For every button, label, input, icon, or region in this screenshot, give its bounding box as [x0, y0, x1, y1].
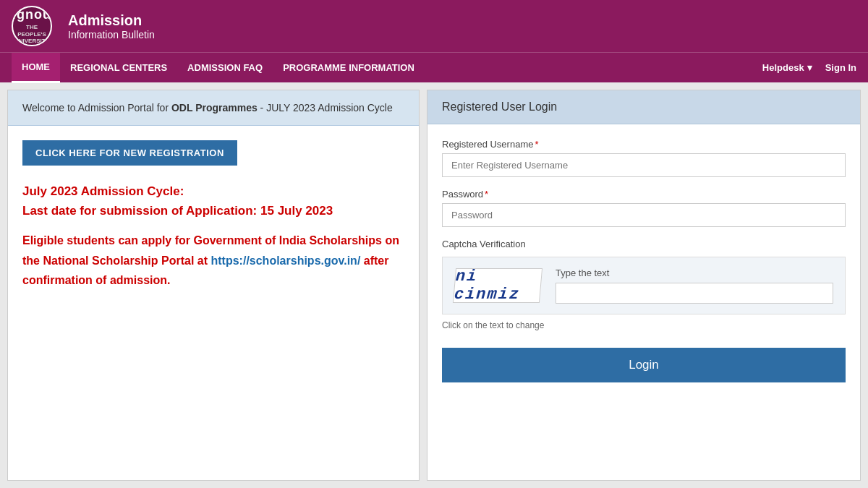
- scholarship-link[interactable]: https://scholarships.gov.in/: [211, 254, 361, 267]
- logo-subtext: THE PEOPLE'SUNIVERSITY: [12, 24, 51, 45]
- username-input[interactable]: [442, 153, 846, 177]
- logo-inner: ignou THE PEOPLE'SUNIVERSITY: [12, 7, 51, 44]
- captcha-label: Captcha Verification: [442, 239, 846, 249]
- password-input[interactable]: [442, 203, 846, 227]
- password-required: *: [485, 189, 488, 200]
- notice-line2: Last date for submission of Application:…: [22, 201, 404, 221]
- captcha-image[interactable]: ni cinmiz: [453, 268, 542, 303]
- scholarship-block: Eligible students can apply for Governme…: [22, 231, 404, 290]
- nav-item-admission-faq[interactable]: ADMISSION FAQ: [177, 53, 273, 83]
- captcha-row: ni cinmiz Type the text: [442, 257, 846, 314]
- logo-ignou-text: ignou: [12, 7, 51, 23]
- welcome-prefix: Welcome to Admission Portal for: [22, 102, 171, 114]
- main-navbar: HOME REGIONAL CENTERS ADMISSION FAQ PROG…: [0, 52, 868, 82]
- captcha-type-label: Type the text: [556, 267, 833, 278]
- site-header: ignou THE PEOPLE'SUNIVERSITY Admission I…: [0, 0, 868, 52]
- nav-item-home[interactable]: HOME: [12, 53, 60, 83]
- helpdesk-button[interactable]: Helpdesk ▾: [762, 62, 812, 73]
- header-title: Admission Information Bulletin: [68, 12, 155, 40]
- nav-item-regional-centers[interactable]: REGIONAL CENTERS: [60, 53, 177, 83]
- username-group: Registered Username*: [442, 139, 846, 177]
- title-line2: Information Bulletin: [68, 29, 155, 40]
- welcome-suffix: - JULY 2023 Admission Cycle: [258, 102, 393, 114]
- logo-area: ignou THE PEOPLE'SUNIVERSITY Admission I…: [12, 6, 155, 46]
- title-line1: Admission: [68, 12, 155, 29]
- password-group: Password*: [442, 189, 846, 227]
- captcha-right: Type the text: [556, 267, 833, 304]
- captcha-hint: Click on the text to change: [442, 320, 846, 330]
- helpdesk-label: Helpdesk: [762, 62, 804, 73]
- nav-item-programme-information[interactable]: PROGRAMME INFORMATION: [273, 53, 425, 83]
- captcha-section: Captcha Verification ni cinmiz Type the …: [442, 239, 846, 330]
- main-content: Welcome to Admission Portal for ODL Prog…: [0, 82, 868, 488]
- right-panel: Registered User Login Registered Usernam…: [427, 90, 861, 481]
- username-label: Registered Username*: [442, 139, 846, 150]
- notice-line1: July 2023 Admission Cycle:: [22, 181, 404, 201]
- welcome-bold: ODL Programmes: [171, 102, 258, 114]
- nav-right: Helpdesk ▾ Sign In: [762, 62, 856, 73]
- nav-items: HOME REGIONAL CENTERS ADMISSION FAQ PROG…: [12, 53, 762, 83]
- signin-button[interactable]: Sign In: [825, 62, 856, 73]
- logo-circle: ignou THE PEOPLE'SUNIVERSITY: [12, 6, 52, 46]
- new-registration-button[interactable]: CLICK HERE FOR NEW REGISTRATION: [22, 140, 237, 166]
- left-panel: Welcome to Admission Portal for ODL Prog…: [7, 90, 420, 481]
- login-button[interactable]: Login: [442, 348, 846, 382]
- login-form: Registered Username* Password* Captcha V…: [427, 124, 860, 390]
- login-panel-header: Registered User Login: [427, 90, 860, 124]
- chevron-down-icon: ▾: [807, 62, 812, 73]
- username-required: *: [535, 139, 538, 150]
- welcome-banner: Welcome to Admission Portal for ODL Prog…: [8, 90, 419, 126]
- notice-block: July 2023 Admission Cycle: Last date for…: [22, 181, 404, 221]
- left-content: CLICK HERE FOR NEW REGISTRATION July 202…: [8, 126, 419, 304]
- password-label: Password*: [442, 189, 846, 200]
- captcha-input[interactable]: [556, 283, 833, 304]
